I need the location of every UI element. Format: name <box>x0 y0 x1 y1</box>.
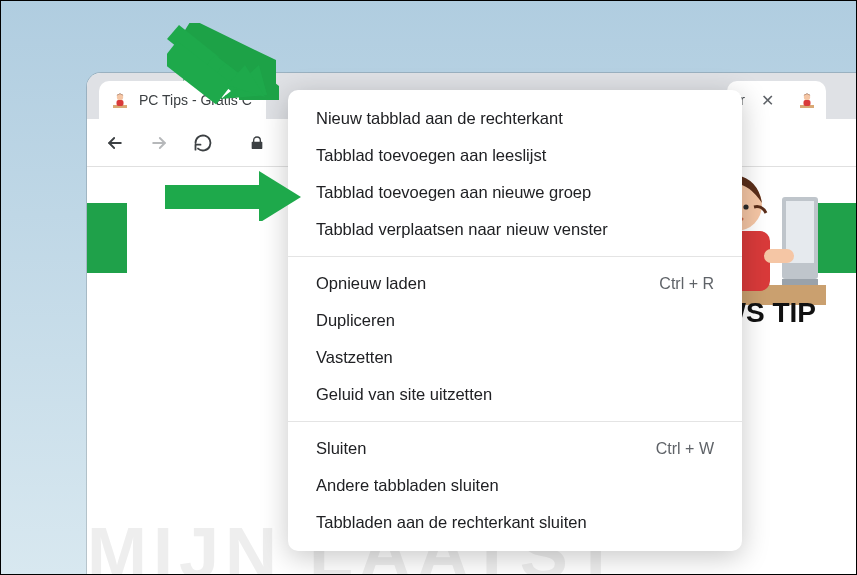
svg-point-12 <box>743 204 748 209</box>
tab-favicon-icon <box>798 91 816 109</box>
close-tab-icon[interactable]: ✕ <box>755 91 780 110</box>
back-button[interactable] <box>97 125 133 161</box>
svg-rect-14 <box>764 249 794 263</box>
svg-marker-26 <box>259 171 301 221</box>
svg-rect-25 <box>165 185 261 209</box>
menu-item-add-to-reading-list[interactable]: Tabblad toevoegen aan leeslijst <box>288 137 742 174</box>
forward-button[interactable] <box>141 125 177 161</box>
menu-item-close[interactable]: SluitenCtrl + W <box>288 430 742 467</box>
menu-separator <box>288 421 742 422</box>
menu-item-mute-site[interactable]: Geluid van site uitzetten <box>288 376 742 413</box>
menu-item-new-tab-right[interactable]: Nieuw tabblad aan de rechterkant <box>288 100 742 137</box>
menu-item-add-to-new-group[interactable]: Tabblad toevoegen aan nieuwe groep <box>288 174 742 211</box>
shortcut-label: Ctrl + W <box>656 440 714 458</box>
tab-context-menu: Nieuw tabblad aan de rechterkant Tabblad… <box>288 90 742 551</box>
tab-right-fragment: ir ✕ <box>727 81 826 119</box>
annotation-arrow-top-icon <box>167 21 279 105</box>
svg-rect-23 <box>167 41 232 105</box>
lock-icon[interactable] <box>239 125 275 161</box>
svg-marker-24 <box>227 65 265 97</box>
annotation-arrow-side-icon <box>165 171 305 221</box>
menu-item-close-right[interactable]: Tabbladen aan de rechterkant sluiten <box>288 504 742 541</box>
reload-button[interactable] <box>185 125 221 161</box>
menu-separator <box>288 256 742 257</box>
menu-item-move-to-new-window[interactable]: Tabblad verplaatsen naar nieuw venster <box>288 211 742 248</box>
menu-item-reload[interactable]: Opnieuw ladenCtrl + R <box>288 265 742 302</box>
tab-favicon-icon <box>111 91 129 109</box>
menu-item-duplicate[interactable]: Dupliceren <box>288 302 742 339</box>
menu-item-close-others[interactable]: Andere tabbladen sluiten <box>288 467 742 504</box>
shortcut-label: Ctrl + R <box>659 275 714 293</box>
svg-rect-2 <box>117 100 124 106</box>
svg-rect-9 <box>782 279 818 285</box>
svg-rect-5 <box>804 100 811 106</box>
menu-item-pin[interactable]: Vastzetten <box>288 339 742 376</box>
